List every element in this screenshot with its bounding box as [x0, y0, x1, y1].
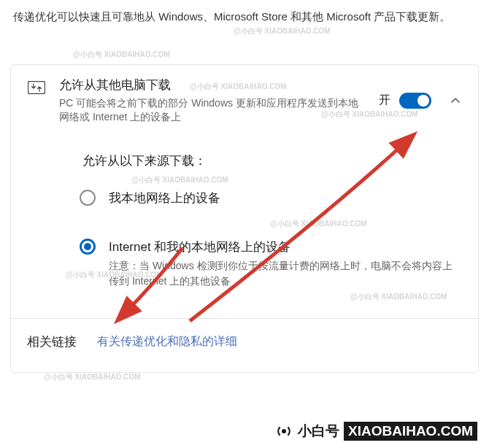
svg-point-1 — [282, 429, 286, 433]
download-sync-icon — [27, 78, 46, 93]
related-links-row: 相关链接 有关传递优化和隐私的详细 — [11, 319, 478, 365]
radio-note: 注意：当 Windows 检测到你位于按流量计费的网络上时，电脑不会将内容上传到… — [109, 258, 462, 289]
allow-download-row: 允许从其他电脑下载 PC 可能会将之前下载的部分 Windows 更新和应用程序… — [11, 65, 478, 135]
watermark-text: @小白号 XIAOBAIHAO.COM — [44, 372, 141, 382]
svg-rect-0 — [28, 81, 45, 93]
watermark-footer: 小白号 XIAOBAIHAO.COM — [272, 420, 480, 442]
radio-option-local-network[interactable]: 我本地网络上的设备 — [82, 190, 462, 209]
download-source-section: 允许从以下来源下载： 我本地网络上的设备 Internet 和我的本地网络上的设… — [11, 135, 478, 312]
radio-group-heading: 允许从以下来源下载： — [82, 152, 462, 169]
toggle-state-label: 开 — [379, 93, 390, 108]
related-links-label: 相关链接 — [27, 333, 77, 350]
delivery-optimization-card: 允许从其他电脑下载 PC 可能会将之前下载的部分 Windows 更新和应用程序… — [10, 64, 479, 373]
radio-button[interactable] — [80, 239, 96, 255]
privacy-details-link[interactable]: 有关传递优化和隐私的详细 — [97, 334, 237, 349]
allow-download-toggle[interactable] — [399, 93, 431, 109]
watermark-text: @小白号 XIAOBAIHAO.COM — [73, 50, 170, 60]
setting-title: 允许从其他电脑下载 — [59, 77, 366, 93]
radio-button[interactable] — [80, 190, 96, 206]
page-description: 传递优化可以快速且可靠地从 Windows、Microsoft Store 和其… — [0, 0, 489, 31]
radio-label: Internet 和我的本地网络上的设备 — [109, 239, 462, 255]
radio-option-internet-and-local[interactable]: Internet 和我的本地网络上的设备 注意：当 Windows 检测到你位于… — [82, 239, 462, 289]
broadcast-icon — [274, 424, 293, 439]
chevron-up-icon[interactable] — [449, 94, 462, 107]
watermark-brand-cn: 小白号 — [298, 422, 339, 441]
setting-subtitle: PC 可能会将之前下载的部分 Windows 更新和应用程序发送到本地网络或 I… — [59, 96, 366, 125]
watermark-brand-en: XIAOBAIHAO.COM — [344, 422, 477, 441]
radio-label: 我本地网络上的设备 — [109, 190, 462, 206]
